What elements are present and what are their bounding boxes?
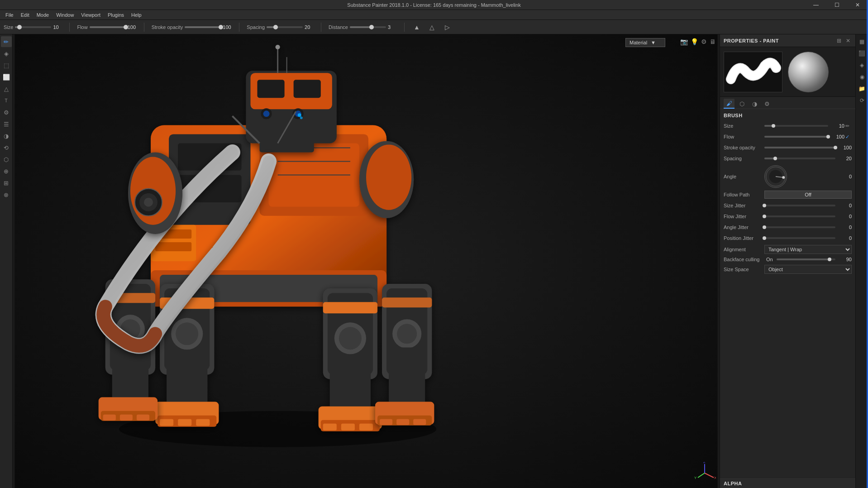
toolbar-distance-group: Distance 3 <box>329 24 397 30</box>
size-jitter-row: Size Jitter 0 <box>724 201 852 210</box>
tool-selection[interactable]: ⬡ <box>1 154 12 165</box>
toolbar: Size 10 Flow 100 Stroke opacity 100 Spac… <box>0 20 868 34</box>
tool-mask[interactable]: ◑ <box>1 130 12 141</box>
alignment-select[interactable]: Tangent | Wrap <box>764 245 852 254</box>
panel-texture[interactable]: ⬛ <box>857 48 868 59</box>
toolbar-flow-group: Flow 100 <box>77 24 136 30</box>
tool-picker[interactable]: ⊕ <box>1 166 12 177</box>
title-bar: Substance Painter 2018.1.0 - License: 16… <box>0 0 868 10</box>
flow-row: Flow 100 ✓ <box>724 133 852 141</box>
svg-rect-13 <box>155 242 191 251</box>
angle-jitter-row: Angle Jitter 0 <box>724 223 852 231</box>
tool-eraser[interactable]: ⬚ <box>1 60 12 71</box>
follow-path-dropdown[interactable]: Off <box>764 191 852 199</box>
position-jitter-slider[interactable] <box>764 237 835 239</box>
flow-prop-label: Flow <box>724 134 764 139</box>
distance-slider[interactable] <box>350 26 386 28</box>
close-button[interactable]: ✕ <box>847 0 868 10</box>
svg-rect-19 <box>294 80 321 98</box>
minimize-button[interactable]: — <box>806 0 826 10</box>
flow-label: Flow <box>77 24 87 30</box>
panel-assets[interactable]: 📁 <box>857 83 868 94</box>
spacing-prop-slider[interactable] <box>764 158 835 159</box>
brush-tab-paint[interactable]: 🖌 <box>724 99 734 109</box>
angle-dial[interactable] <box>764 165 787 188</box>
viewport-mode-dropdown[interactable]: Material ▼ <box>625 38 665 47</box>
size-jitter-slider[interactable] <box>764 205 835 206</box>
flow-jitter-slider[interactable] <box>764 215 835 217</box>
svg-rect-49 <box>359 424 373 431</box>
menu-window[interactable]: Window <box>52 11 77 19</box>
panel-close-btn[interactable]: ✕ <box>844 37 852 44</box>
viewport[interactable]: 📷 💡 ⚙ 🖥 Material ▼ X Y Z <box>13 34 720 488</box>
stroke-opacity-slider[interactable] <box>185 26 221 28</box>
svg-rect-70 <box>396 419 409 425</box>
spacing-row: Spacing 20 <box>724 154 852 163</box>
svg-rect-58 <box>103 415 116 421</box>
menu-plugins[interactable]: Plugins <box>104 11 128 19</box>
size-edit-icon[interactable]: ✏ <box>845 123 852 129</box>
svg-rect-69 <box>380 419 392 425</box>
tool-paint[interactable]: ✏ <box>1 36 12 47</box>
backface-culling-slider[interactable] <box>777 258 835 260</box>
angle-dial-container <box>764 165 835 188</box>
menu-edit[interactable]: Edit <box>17 11 33 19</box>
flow-check-icon[interactable]: ✓ <box>845 134 852 140</box>
tool-text[interactable]: T <box>1 95 12 106</box>
viewport-icon-camera[interactable]: 📷 <box>680 38 688 45</box>
svg-text:Z: Z <box>703 462 706 464</box>
spacing-slider[interactable] <box>267 26 303 28</box>
menu-viewport[interactable]: Viewport <box>77 11 104 19</box>
tool-layers[interactable]: ☰ <box>1 119 12 129</box>
flow-slider[interactable] <box>90 26 126 28</box>
size-prop-slider[interactable] <box>764 125 828 127</box>
brush-tab-material[interactable]: ◑ <box>749 99 760 109</box>
brush-tab-settings[interactable]: ⚙ <box>762 99 773 109</box>
tool-transform[interactable]: ⟲ <box>1 142 12 153</box>
brush-tab-alpha[interactable]: ⬡ <box>736 99 747 109</box>
toolbar-nav-icon-1[interactable]: ▲ <box>412 22 422 32</box>
flow-prop-slider[interactable] <box>764 136 828 138</box>
svg-rect-18 <box>258 80 285 98</box>
panel-history[interactable]: ⟳ <box>857 95 868 106</box>
size-space-select[interactable]: Object <box>764 265 852 274</box>
svg-rect-36 <box>160 419 173 426</box>
toolbar-nav-icon-2[interactable]: △ <box>427 22 437 32</box>
tool-smudge[interactable]: ◈ <box>1 48 12 59</box>
right-panel: PROPERTIES - PAINT ⊞ ✕ 🖌 ⬡ ◑ ⚙ <box>720 34 855 488</box>
viewport-icon-settings[interactable]: ⚙ <box>701 38 707 45</box>
backface-culling-value: 90 <box>837 257 852 262</box>
menu-help[interactable]: Help <box>128 11 145 19</box>
panel-bake[interactable]: ◈ <box>857 60 868 71</box>
tool-extra[interactable]: ⊗ <box>1 189 12 200</box>
panel-layers[interactable]: ▦ <box>857 36 868 47</box>
angle-jitter-slider[interactable] <box>764 226 835 228</box>
viewport-icon-light[interactable]: 💡 <box>691 38 698 45</box>
svg-text:Y: Y <box>694 476 697 480</box>
size-jitter-label: Size Jitter <box>724 203 764 208</box>
menu-mode[interactable]: Mode <box>33 11 53 19</box>
stroke-opacity-prop-slider[interactable] <box>764 147 835 148</box>
spacing-prop-value: 20 <box>837 156 852 161</box>
viewport-icon-display[interactable]: 🖥 <box>710 38 716 45</box>
svg-rect-48 <box>341 424 355 431</box>
svg-rect-65 <box>382 297 432 307</box>
toolbar-nav-icon-3[interactable]: ▷ <box>443 22 453 32</box>
panel-expand-btn[interactable]: ⊞ <box>835 37 843 44</box>
viewport-controls: 📷 💡 ⚙ 🖥 <box>680 38 716 45</box>
svg-rect-71 <box>413 419 426 425</box>
svg-point-42 <box>339 327 362 349</box>
tool-fill[interactable]: ⬜ <box>1 72 12 82</box>
tool-geometry[interactable]: △ <box>1 83 12 94</box>
svg-point-81 <box>298 113 301 117</box>
angle-prop-label: Angle <box>724 174 764 179</box>
size-slider[interactable] <box>15 26 51 28</box>
viewport-mode-label: Material <box>630 40 647 45</box>
panel-display[interactable]: ◉ <box>857 72 868 82</box>
tool-bake[interactable]: ⚙ <box>1 107 12 118</box>
tool-ruler[interactable]: ⊞ <box>1 177 12 188</box>
svg-point-31 <box>176 322 198 345</box>
maximize-button[interactable]: ☐ <box>826 0 847 10</box>
menu-file[interactable]: File <box>2 11 17 19</box>
alpha-section-header[interactable]: ALPHA <box>720 478 855 488</box>
